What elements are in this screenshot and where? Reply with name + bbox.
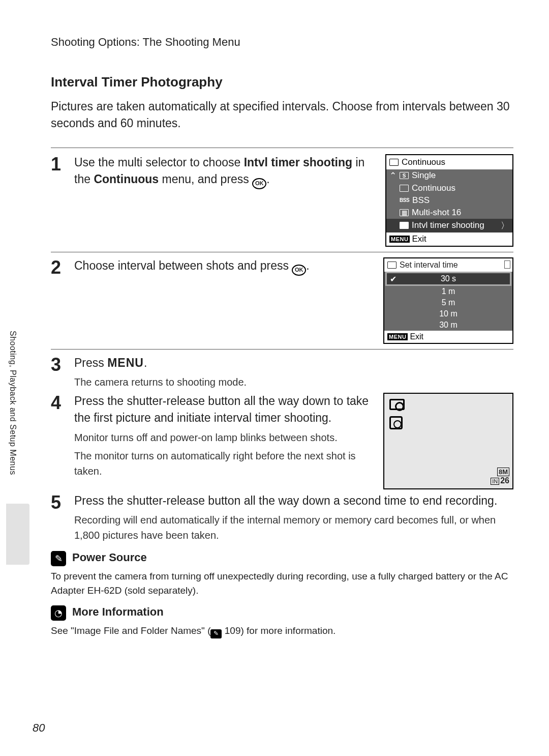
step-1-text: Use the multi selector to choose Intvl t… (74, 154, 375, 189)
multishot-icon: ▦ (400, 209, 409, 216)
lcd-interval-menu: Set interval time ✔30 s 1 m 5 m 10 m 30 … (383, 257, 513, 344)
divider (51, 148, 513, 148)
note-title: More Information (72, 605, 164, 619)
step-3-text: Press MENU. (74, 355, 513, 371)
step-5: 5 Press the shutter-release button all t… (51, 492, 513, 543)
single-icon (400, 172, 409, 179)
step-3-sub: The camera returns to shooting mode. (74, 374, 513, 390)
menu-item: BSS (412, 195, 430, 206)
memory-icon (504, 260, 510, 269)
menu-badge: MENU (389, 236, 410, 243)
lcd-title: Continuous (402, 157, 445, 167)
note-title: Power Source (72, 551, 147, 564)
page-header: Shooting Options: The Shooting Menu (51, 36, 513, 49)
shots-remaining: 26 (500, 476, 509, 485)
step-4-text: Press the shutter-release button all the… (74, 393, 373, 427)
step-5-sub: Recording will end automatically if the … (74, 512, 513, 543)
ok-icon: OK (292, 265, 306, 276)
continuous-item-icon (400, 185, 409, 192)
interval-option-selected: 30 s (441, 274, 456, 283)
divider (51, 252, 513, 252)
intro-text: Pictures are taken automatically at spec… (51, 98, 513, 132)
up-arrow-icon: ⌃ (389, 170, 396, 181)
bss-icon: BSS (400, 197, 409, 203)
step-2: 2 Choose interval between shots and pres… (51, 257, 513, 344)
interval-timer-icon (389, 416, 403, 429)
step-5-text: Press the shutter-release button all the… (74, 492, 513, 509)
info-icon: ◔ (51, 605, 66, 621)
step-3: 3 Press MENU. The camera returns to shoo… (51, 355, 513, 390)
interval-option: 1 m (442, 287, 455, 296)
camera-icon (389, 399, 405, 410)
step-4-sub2: The monitor turns on automatically right… (74, 448, 373, 479)
check-icon: ✔ (390, 274, 396, 284)
menu-badge: MENU (387, 333, 408, 340)
ok-icon: OK (252, 178, 266, 189)
menu-item: Single (412, 170, 436, 181)
continuous-icon (389, 159, 399, 166)
note-power: ✎ Power Source (51, 551, 513, 566)
lcd-title: Set interval time (400, 260, 458, 270)
menu-item-selected: Intvl timer shooting (412, 220, 484, 230)
image-size-label: 8M (497, 468, 509, 476)
note-more-body: See "Image File and Folder Names" (✎ 109… (51, 624, 513, 638)
menu-item: Continuous (412, 183, 455, 193)
note-more-info: ◔ More Information (51, 605, 513, 621)
chevron-right-icon: 〉 (501, 220, 509, 231)
pencil-icon: ✎ (51, 551, 66, 566)
interval-option: 30 m (439, 321, 458, 330)
step-2-text: Choose interval between shots and press … (74, 257, 310, 276)
exit-label: Exit (412, 234, 426, 244)
step-number: 2 (51, 257, 74, 277)
step-number: 5 (51, 492, 74, 512)
step-number: 4 (51, 393, 74, 412)
divider (51, 349, 513, 350)
menu-item: Multi-shot 16 (412, 208, 461, 218)
page-title: Interval Timer Photography (51, 74, 513, 90)
step-number: 1 (51, 154, 74, 173)
step-1: 1 Use the multi selector to choose Intvl… (51, 154, 513, 247)
continuous-icon (387, 261, 396, 269)
step-4-sub1: Monitor turns off and power-on lamp blin… (74, 430, 373, 445)
interval-option: 10 m (439, 309, 458, 318)
interval-icon (400, 222, 409, 229)
side-tab: Shooting, Playback and Setup Menus (5, 331, 20, 565)
exit-label: Exit (410, 332, 423, 341)
page-reference-icon: ✎ (210, 629, 222, 638)
interval-option: 5 m (442, 298, 455, 307)
page-number: 80 (33, 721, 45, 735)
step-4: 4 Press the shutter-release button all t… (51, 393, 513, 489)
lcd-preview: 8M IN26 (383, 393, 513, 489)
note-power-body: To prevent the camera from turning off u… (51, 569, 513, 597)
side-label: Shooting, Playback and Setup Menus (8, 331, 17, 475)
step-number: 3 (51, 355, 74, 374)
lcd-continuous-menu: Continuous ⌃Single Continuous BSSBSS ▦Mu… (385, 154, 513, 247)
memory-in-label: IN (491, 478, 499, 485)
